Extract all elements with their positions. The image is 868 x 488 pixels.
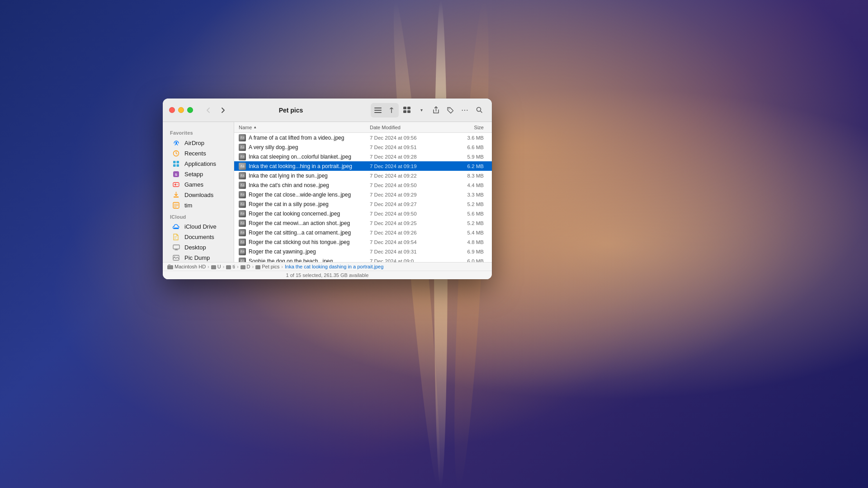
column-header: Name ▲ Date Modified Size — [234, 122, 492, 133]
share-button[interactable] — [429, 104, 442, 117]
file-row[interactable]: Roger the cat in a silly pose..jpeg7 Dec… — [234, 199, 492, 209]
svg-point-25 — [241, 146, 242, 147]
svg-point-41 — [241, 222, 242, 223]
sidebar-item-airdrop[interactable]: AirDrop — [165, 137, 231, 148]
toolbar: Pet pics — [163, 99, 492, 122]
grid-view-button[interactable] — [401, 104, 413, 117]
file-row[interactable]: Roger the cat close...wide-angle lens..j… — [234, 190, 492, 199]
setapp-label: Setapp — [184, 171, 203, 178]
chevron-down-icon[interactable]: ▾ — [415, 104, 428, 117]
file-row[interactable]: Roger the cat sticking out his tongue..j… — [234, 237, 492, 247]
file-name: Inka the cat looking...hing in a portrai… — [249, 163, 370, 169]
search-button[interactable] — [473, 104, 486, 117]
tag-button[interactable] — [444, 104, 457, 117]
documents-icon — [173, 234, 181, 240]
svg-rect-12 — [173, 164, 176, 167]
svg-point-47 — [241, 250, 242, 251]
svg-rect-54 — [241, 265, 245, 269]
file-modified: 7 Dec 2024 at 09:29 — [370, 192, 451, 197]
sidebar-item-documents[interactable]: Documents — [165, 232, 231, 242]
svg-text:S: S — [175, 173, 178, 177]
sidebar-item-recents[interactable]: Recents — [165, 148, 231, 159]
file-thumbnail — [239, 220, 246, 227]
file-thumbnail — [239, 258, 246, 263]
sep-2: › — [223, 264, 225, 269]
svg-rect-52 — [211, 265, 216, 269]
column-size[interactable]: Size — [451, 125, 487, 130]
desktop-label: Desktop — [184, 244, 206, 251]
svg-rect-5 — [403, 110, 406, 113]
sidebar-item-tim[interactable]: tim — [165, 200, 231, 211]
svg-point-45 — [241, 241, 242, 242]
svg-point-29 — [241, 165, 242, 166]
sidebar-item-downloads[interactable]: Downloads — [165, 190, 231, 200]
svg-point-35 — [241, 193, 242, 194]
file-size: 5.2 MB — [451, 202, 487, 207]
svg-rect-2 — [374, 112, 382, 113]
file-size: 8.3 MB — [451, 173, 487, 178]
file-row[interactable]: Inka the cat lying in the sun..jpeg7 Dec… — [234, 171, 492, 180]
sidebar-item-applications[interactable]: Applications — [165, 159, 231, 169]
sidebar-item-setapp[interactable]: S Setapp — [165, 169, 231, 179]
svg-rect-13 — [177, 164, 179, 167]
column-name[interactable]: Name ▲ — [239, 125, 370, 130]
file-row[interactable]: Sophie the dog on the beach...jpeg7 Dec … — [234, 256, 492, 262]
breadcrumb-ti[interactable]: ti — [226, 264, 235, 269]
file-name: A very silly dog..jpeg — [249, 144, 370, 150]
files-scroll[interactable]: A frame of a cat lifted from a video..jp… — [234, 133, 492, 262]
maximize-button[interactable] — [187, 107, 193, 113]
file-thumbnail — [239, 191, 246, 198]
file-row[interactable]: Roger the cat yawning..jpeg7 Dec 2024 at… — [234, 247, 492, 256]
file-size: 3.6 MB — [451, 135, 487, 141]
breadcrumb-macintosh-hd[interactable]: Macintosh HD — [167, 264, 206, 269]
file-row[interactable]: A very silly dog..jpeg7 Dec 2024 at 09:5… — [234, 142, 492, 152]
file-size: 5.4 MB — [451, 230, 487, 235]
file-row[interactable]: Roger the cat meowi...an action shot..jp… — [234, 218, 492, 228]
back-button[interactable] — [202, 104, 214, 116]
sidebar-item-icloud-drive[interactable]: iCloud Drive — [165, 221, 231, 232]
file-size: 4.4 MB — [451, 183, 487, 188]
file-name: Roger the cat yawning..jpeg — [249, 249, 370, 255]
window-title: Pet pics — [215, 107, 367, 114]
breadcrumb-file[interactable]: Inka the cat looking dashing in a portra… — [285, 264, 383, 269]
sidebar-item-pic-dump[interactable]: Pic Dump — [165, 253, 231, 262]
applications-icon — [173, 160, 181, 167]
svg-rect-10 — [173, 161, 176, 164]
svg-rect-11 — [177, 161, 179, 164]
file-list: Name ▲ Date Modified Size A frame of a c… — [234, 122, 492, 262]
downloads-label: Downloads — [184, 192, 213, 198]
file-modified: 7 Dec 2024 at 09:26 — [370, 230, 451, 235]
toolbar-actions: ▾ ⋯ — [371, 103, 486, 117]
breadcrumb-d[interactable]: D — [241, 264, 250, 269]
sort-button[interactable] — [385, 104, 398, 117]
file-row[interactable]: Inka the cat looking...hing in a portrai… — [234, 161, 492, 171]
more-button[interactable]: ⋯ — [458, 104, 471, 117]
svg-point-31 — [241, 174, 242, 175]
content-area: Favorites AirDrop — [163, 122, 492, 262]
file-thumbnail — [239, 239, 246, 246]
file-row[interactable]: Roger the cat looking concerned..jpeg7 D… — [234, 209, 492, 218]
file-row[interactable]: Roger the cat sitting...a cat ornament..… — [234, 228, 492, 237]
svg-point-37 — [241, 203, 242, 204]
breadcrumb-pet-pics[interactable]: Pet pics — [255, 264, 279, 269]
sidebar-item-games[interactable]: Games — [165, 179, 231, 190]
file-name: Roger the cat in a silly pose..jpeg — [249, 201, 370, 207]
file-name: Sophie the dog on the beach...jpeg — [249, 258, 370, 263]
file-thumbnail — [239, 144, 246, 151]
close-button[interactable] — [169, 107, 175, 113]
status-bar: Macintosh HD › U › ti › D — [163, 262, 492, 279]
file-row[interactable]: Inka the cat's chin and nose..jpeg7 Dec … — [234, 180, 492, 190]
column-modified[interactable]: Date Modified — [370, 125, 451, 130]
pic-dump-icon — [173, 255, 181, 261]
icloud-drive-icon — [173, 224, 181, 230]
file-size: 5.6 MB — [451, 211, 487, 216]
breadcrumb-u[interactable]: U — [211, 264, 221, 269]
svg-point-43 — [241, 231, 242, 232]
minimize-button[interactable] — [178, 107, 184, 113]
file-row[interactable]: A frame of a cat lifted from a video..jp… — [234, 133, 492, 142]
file-row[interactable]: Inka cat sleeping on...colorful blanket.… — [234, 152, 492, 161]
list-view-button[interactable] — [372, 104, 384, 117]
svg-point-21 — [175, 257, 175, 258]
sidebar-item-desktop[interactable]: Desktop — [165, 242, 231, 253]
file-size: 6.9 MB — [451, 249, 487, 254]
